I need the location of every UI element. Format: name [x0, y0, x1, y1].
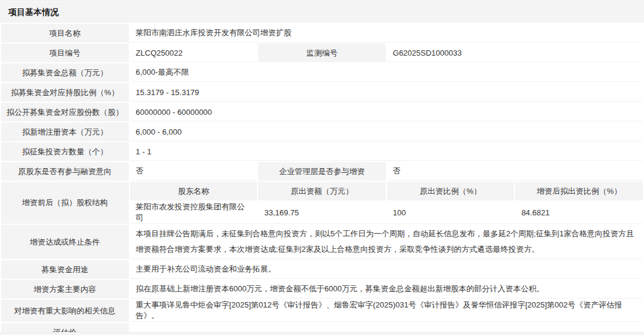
equity-original-ratio: 100: [387, 202, 515, 224]
field-value-major-info: 重大事项详见鲁中炬会审字[2025]第012号《审计报告》、烟鲁宏审字(2025…: [130, 300, 643, 322]
field-label-orig-shareholder-intent: 原股东是否有参与融资意向: [1, 162, 129, 181]
table-row: 项目名称 莱阳市南泗庄水库投资开发有限公司增资扩股: [1, 24, 643, 42]
field-label-mgmt-participation: 企业管理层是否参与增资: [258, 162, 386, 181]
field-label-project-code: 项目编号: [1, 44, 129, 62]
field-label-equity-structure: 增资前后（拟）股权结构: [1, 182, 129, 224]
equity-shareholder-name: 莱阳市农发投资控股集团有限公司: [130, 202, 258, 224]
field-label-fund-usage: 募集资金用途: [1, 260, 129, 279]
field-value-conditions: 本项目挂牌公告期满后，未征集到合格意向投资方，则以5个工作日为一个周期，自动延长…: [130, 225, 643, 259]
equity-col-original-ratio: 原出资比例（%）: [387, 182, 515, 200]
section-title: 项目基本情况: [0, 1, 644, 23]
field-label-monitor-code: 监测编号: [258, 44, 386, 62]
table-row: 拟新增注册资本（万元） 6,000 - 6,000: [1, 123, 643, 141]
field-value-plan-content: 拟在原基础上新增注册资本6000万元，增资金额不低于6000万元，募集资金总金额…: [130, 280, 643, 299]
field-label-plan-content: 增资方案主要内容: [1, 280, 129, 299]
field-value-holding-ratio: 15.3179 - 15.3179: [130, 83, 643, 102]
field-label-share-count: 拟公开募集资金对应股份数（股）: [1, 103, 129, 121]
field-value-orig-shareholder-intent: 否: [130, 162, 258, 181]
field-value-project-name: 莱阳市南泗庄水库投资开发有限公司增资扩股: [130, 24, 643, 42]
next-section-top-edge: [0, 332, 644, 335]
table-row: 拟征集投资方数量（个） 1 - 1: [1, 142, 643, 161]
table-row: 增资方案主要内容 拟在原基础上新增注册资本6000万元，增资金额不低于6000万…: [1, 280, 643, 299]
field-value-investor-count: 1 - 1: [130, 142, 643, 161]
field-label-project-name: 项目名称: [1, 24, 129, 42]
table-row: 募集资金用途 主要用于补充公司流动资金和业务拓展。: [1, 260, 643, 279]
field-value-monitor-code: G62025SD1000033: [387, 44, 643, 62]
table-row: 增资达成或终止条件 本项目挂牌公告期满后，未征集到合格意向投资方，则以5个工作日…: [1, 225, 643, 259]
equity-col-post-ratio: 增资后拟出资比例（%）: [515, 182, 643, 200]
equity-original-amount: 33,169.75: [258, 202, 386, 224]
equity-structure-header-row: 增资前后（拟）股权结构 股东名称 原出资额（万元） 原出资比例（%） 增资后拟出…: [1, 182, 643, 200]
field-label-major-info: 对增资有重大影响的相关信息: [1, 300, 129, 322]
field-value-project-code: ZLCQ250022: [130, 44, 258, 62]
equity-col-shareholder-name: 股东名称: [130, 182, 258, 200]
table-row: 拟募集资金总额（万元） 6,000-最高不限: [1, 63, 643, 82]
table-row: 原股东是否有参与融资意向 否 企业管理层是否参与增资 否: [1, 162, 643, 181]
field-label-holding-ratio: 拟募集资金对应持股比例（%）: [1, 83, 129, 102]
field-label-fund-total: 拟募集资金总额（万元）: [1, 63, 129, 82]
table-row: 项目编号 ZLCQ250022 监测编号 G62025SD1000033: [1, 44, 643, 62]
field-value-fund-total: 6,000-最高不限: [130, 63, 643, 82]
field-value-fund-usage: 主要用于补充公司流动资金和业务拓展。: [130, 260, 643, 279]
field-value-new-capital: 6,000 - 6,000: [130, 123, 643, 141]
table-row: 拟募集资金对应持股比例（%） 15.3179 - 15.3179: [1, 83, 643, 102]
equity-col-original-amount: 原出资额（万元）: [258, 182, 386, 200]
field-value-mgmt-participation: 否: [387, 162, 643, 181]
field-label-conditions: 增资达成或终止条件: [1, 225, 129, 259]
table-row: 拟公开募集资金对应股份数（股） 60000000 - 60000000: [1, 103, 643, 121]
table-row: 对增资有重大影响的相关信息 重大事项详见鲁中炬会审字[2025]第012号《审计…: [1, 300, 643, 322]
field-value-share-count: 60000000 - 60000000: [130, 103, 643, 121]
equity-post-ratio: 84.6821: [515, 202, 643, 224]
project-info-table: 项目名称 莱阳市南泗庄水库投资开发有限公司增资扩股 项目编号 ZLCQ25002…: [0, 23, 644, 335]
project-info-page: 项目基本情况 项目名称 莱阳市南泗庄水库投资开发有限公司增资扩股 项目编号 ZL…: [0, 0, 644, 335]
field-label-investor-count: 拟征集投资方数量（个）: [1, 142, 129, 161]
field-label-new-capital: 拟新增注册资本（万元）: [1, 123, 129, 141]
